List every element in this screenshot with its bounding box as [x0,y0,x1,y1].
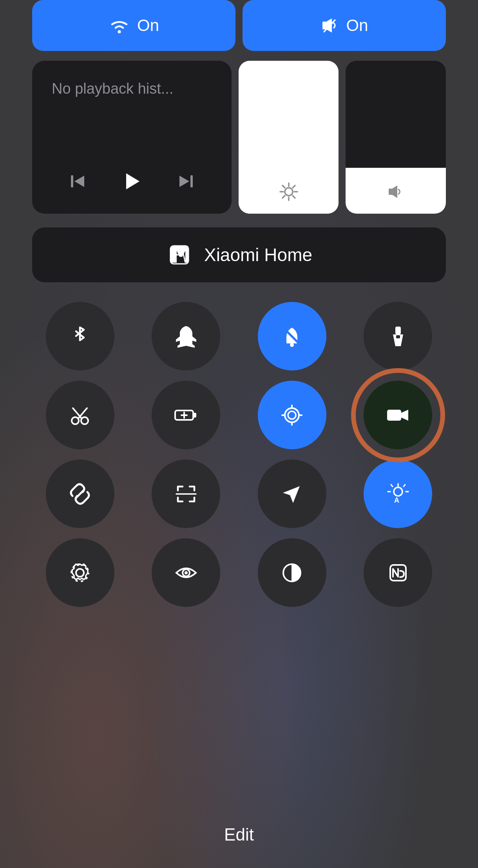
prev-button[interactable] [67,171,89,192]
volume-icon [386,182,406,202]
battery-plus-icon [172,401,200,429]
bluetooth-wrapper [32,302,128,370]
svg-rect-14 [389,189,392,195]
battery-saver-button[interactable] [152,381,220,449]
airplane-icon [172,322,200,350]
scissors-icon [67,402,93,429]
auto-brightness-icon: A [384,480,412,508]
svg-point-30 [288,411,296,419]
next-button[interactable] [175,171,197,192]
volume-slider[interactable] [346,61,446,214]
airplane-wrapper [138,302,234,370]
screen-lock-icon [278,401,306,429]
svg-line-40 [404,485,405,487]
scissors-wrapper [32,381,128,449]
media-player: No playback hist... [32,61,232,214]
media-no-history: No playback hist... [52,80,212,97]
eye-button[interactable] [152,538,220,607]
settings-button[interactable] [46,538,114,607]
location-icon [278,480,306,508]
sound-label: On [346,16,368,35]
media-controls [52,169,212,194]
link-wrapper [32,459,128,528]
control-buttons-grid: A [32,302,446,607]
auto-brightness-button[interactable]: A [364,459,432,528]
media-row: No playback hist... [32,61,446,214]
svg-line-10 [282,185,285,188]
svg-line-11 [293,196,295,198]
xiaomi-label: Xiaomi Home [204,244,312,265]
sound-tile[interactable]: On [243,0,446,51]
svg-line-12 [293,185,295,188]
bluetooth-icon [66,323,94,350]
mute-button[interactable] [258,302,326,370]
flashlight-icon [385,323,411,349]
svg-rect-4 [190,175,193,187]
video-icon [384,401,412,429]
sun-icon [279,182,299,202]
svg-rect-1 [322,22,326,29]
scan-icon [172,480,200,508]
eye-wrapper [138,538,234,607]
flashlight-wrapper [350,302,446,370]
settings-icon [66,559,94,587]
wifi-icon [109,17,130,35]
eye-icon [172,559,200,587]
svg-rect-20 [396,335,400,338]
svg-point-29 [285,408,299,422]
svg-point-38 [394,487,402,496]
location-wrapper [244,459,340,528]
video-button[interactable] [364,381,432,449]
battery-saver-wrapper [138,381,234,449]
svg-point-49 [185,571,188,574]
brightness-slider[interactable] [239,61,339,214]
svg-line-36 [76,490,83,498]
location-button[interactable] [258,459,326,528]
top-tiles-row: On On [0,0,478,51]
xiaomi-banner[interactable]: Xiaomi Home [32,227,446,282]
scan-button[interactable] [152,459,220,528]
scan-wrapper [138,459,234,528]
wifi-tile[interactable]: On [32,0,235,51]
auto-brightness-wrapper: A [350,459,446,528]
svg-point-5 [285,188,293,196]
nfc-icon [384,559,412,587]
svg-point-45 [76,569,84,577]
contrast-wrapper [244,538,340,607]
svg-rect-35 [387,410,401,421]
nfc-wrapper [350,538,446,607]
xiaomi-logo-icon [166,241,193,269]
bell-off-icon [278,322,306,350]
scissors-button[interactable] [46,381,114,449]
svg-point-17 [290,343,294,347]
video-wrapper [350,381,446,449]
svg-rect-3 [71,175,73,187]
nfc-button[interactable] [364,538,432,607]
svg-rect-26 [193,413,196,418]
link-button[interactable] [46,459,114,528]
svg-line-43 [391,485,393,487]
wifi-label: On [137,16,159,35]
contrast-icon [278,559,306,587]
screen-lock-button[interactable] [258,381,326,449]
edit-bar[interactable]: Edit [0,825,478,844]
mute-wrapper [244,302,340,370]
link-icon [66,480,94,508]
svg-rect-19 [395,327,401,334]
flashlight-button[interactable] [364,302,432,370]
airplane-button[interactable] [152,302,220,370]
svg-point-0 [118,30,121,33]
sound-icon [320,16,339,35]
contrast-button[interactable] [258,538,326,607]
screen-lock-wrapper [244,381,340,449]
play-button[interactable] [119,169,145,194]
svg-text:A: A [394,496,399,504]
bluetooth-button[interactable] [46,302,114,370]
settings-wrapper [32,538,128,607]
edit-label[interactable]: Edit [224,825,254,844]
svg-line-13 [282,196,285,198]
